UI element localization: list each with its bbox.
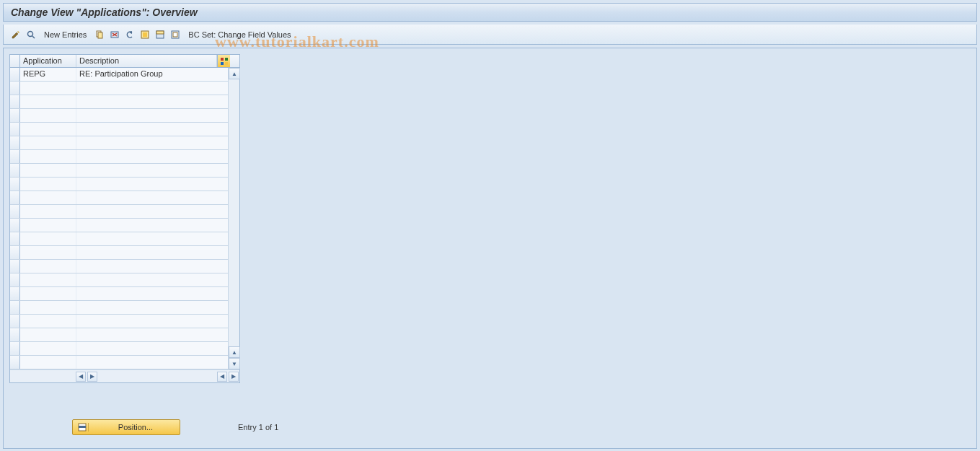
position-button[interactable]: Position... xyxy=(72,419,180,435)
cell-application-empty[interactable] xyxy=(20,246,76,259)
cell-description-empty[interactable] xyxy=(76,164,230,177)
table-row-empty[interactable] xyxy=(10,246,239,260)
row-selector[interactable] xyxy=(10,164,20,177)
cell-description-empty[interactable] xyxy=(76,260,230,273)
cell-description-empty[interactable] xyxy=(76,246,230,259)
scroll-left-icon[interactable]: ◀ xyxy=(76,372,86,382)
cell-application-empty[interactable] xyxy=(20,109,76,122)
cell-application-empty[interactable] xyxy=(20,342,76,355)
cell-description-empty[interactable] xyxy=(76,205,230,218)
table-row-empty[interactable] xyxy=(10,205,239,219)
table-row-empty[interactable] xyxy=(10,150,239,164)
cell-application[interactable]: REPG xyxy=(20,68,76,81)
find-icon[interactable] xyxy=(25,28,37,41)
cell-description-empty[interactable] xyxy=(76,342,230,355)
cell-application-empty[interactable] xyxy=(20,95,76,108)
table-row-empty[interactable] xyxy=(10,95,239,109)
scroll-right-icon[interactable]: ▶ xyxy=(87,372,97,382)
cell-application-empty[interactable] xyxy=(20,260,76,273)
table-row-empty[interactable] xyxy=(10,260,239,273)
deselect-all-icon[interactable] xyxy=(169,28,182,41)
row-selector[interactable] xyxy=(10,82,20,95)
row-selector[interactable] xyxy=(10,246,20,259)
cell-description[interactable]: RE: Participation Group xyxy=(76,68,230,81)
cell-application-empty[interactable] xyxy=(20,273,76,286)
cell-application-empty[interactable] xyxy=(20,287,76,300)
column-header-application[interactable]: Application xyxy=(20,55,76,67)
delete-icon[interactable] xyxy=(108,28,121,41)
cell-description-empty[interactable] xyxy=(76,232,230,245)
cell-description-empty[interactable] xyxy=(76,328,230,341)
cell-application-empty[interactable] xyxy=(20,328,76,341)
row-selector[interactable] xyxy=(10,219,20,232)
select-all-icon[interactable] xyxy=(138,28,151,41)
row-selector-header[interactable] xyxy=(10,55,20,67)
copy-icon[interactable] xyxy=(93,28,106,41)
cell-description-empty[interactable] xyxy=(76,356,230,369)
cell-application-empty[interactable] xyxy=(20,232,76,245)
cell-description-empty[interactable] xyxy=(76,287,230,300)
cell-application-empty[interactable] xyxy=(20,123,76,136)
table-row-empty[interactable] xyxy=(10,219,239,232)
cell-application-empty[interactable] xyxy=(20,219,76,232)
cell-application-empty[interactable] xyxy=(20,356,76,369)
cell-application-empty[interactable] xyxy=(20,82,76,95)
table-row-empty[interactable] xyxy=(10,191,239,205)
table-row-empty[interactable] xyxy=(10,342,239,356)
row-selector[interactable] xyxy=(10,123,20,136)
scroll-down-icon[interactable]: ▲ xyxy=(229,346,240,358)
table-row-empty[interactable] xyxy=(10,328,239,342)
new-entries-button[interactable]: New Entries xyxy=(40,30,91,39)
cell-description-empty[interactable] xyxy=(76,273,230,286)
table-row-empty[interactable] xyxy=(10,164,239,178)
row-selector[interactable] xyxy=(10,232,20,245)
row-selector[interactable] xyxy=(10,136,20,149)
cell-description-empty[interactable] xyxy=(76,301,230,314)
cell-application-empty[interactable] xyxy=(20,178,76,191)
cell-description-empty[interactable] xyxy=(76,109,230,122)
table-row-empty[interactable] xyxy=(10,287,239,301)
bcset-button[interactable]: BC Set: Change Field Values xyxy=(184,30,295,39)
toggle-display-change-icon[interactable] xyxy=(9,28,22,41)
row-selector[interactable] xyxy=(10,301,20,314)
scroll-down2-icon[interactable]: ▼ xyxy=(229,358,240,369)
table-row[interactable]: REPG RE: Participation Group xyxy=(10,68,239,82)
cell-application-empty[interactable] xyxy=(20,315,76,328)
cell-application-empty[interactable] xyxy=(20,301,76,314)
cell-application-empty[interactable] xyxy=(20,164,76,177)
scroll-left2-icon[interactable]: ◀ xyxy=(217,372,227,382)
table-row-empty[interactable] xyxy=(10,301,239,315)
scroll-right2-icon[interactable]: ▶ xyxy=(229,372,239,382)
table-row-empty[interactable] xyxy=(10,232,239,246)
cell-application-empty[interactable] xyxy=(20,205,76,218)
row-selector[interactable] xyxy=(10,273,20,286)
row-selector[interactable] xyxy=(10,95,20,108)
table-row-empty[interactable] xyxy=(10,315,239,328)
scroll-up-icon[interactable]: ▲ xyxy=(229,68,240,79)
cell-application-empty[interactable] xyxy=(20,150,76,163)
cell-application-empty[interactable] xyxy=(20,191,76,204)
cell-description-empty[interactable] xyxy=(76,219,230,232)
row-selector[interactable] xyxy=(10,68,20,81)
cell-description-empty[interactable] xyxy=(76,178,230,191)
table-row-empty[interactable] xyxy=(10,109,239,123)
cell-application-empty[interactable] xyxy=(20,136,76,149)
row-selector[interactable] xyxy=(10,260,20,273)
undo-icon[interactable] xyxy=(123,28,136,41)
row-selector[interactable] xyxy=(10,342,20,355)
hscroll-track[interactable] xyxy=(100,372,215,382)
table-row-empty[interactable] xyxy=(10,82,239,95)
column-header-description[interactable]: Description xyxy=(76,55,217,67)
table-row-empty[interactable] xyxy=(10,178,239,191)
row-selector[interactable] xyxy=(10,109,20,122)
vertical-scrollbar[interactable]: ▲ ▲ ▼ xyxy=(228,68,239,369)
cell-description-empty[interactable] xyxy=(76,95,230,108)
row-selector[interactable] xyxy=(10,287,20,300)
cell-description-empty[interactable] xyxy=(76,82,230,95)
table-row-empty[interactable] xyxy=(10,273,239,287)
table-row-empty[interactable] xyxy=(10,356,239,369)
row-selector[interactable] xyxy=(10,356,20,369)
row-selector[interactable] xyxy=(10,150,20,163)
select-block-icon[interactable] xyxy=(154,28,167,41)
table-row-empty[interactable] xyxy=(10,123,239,136)
